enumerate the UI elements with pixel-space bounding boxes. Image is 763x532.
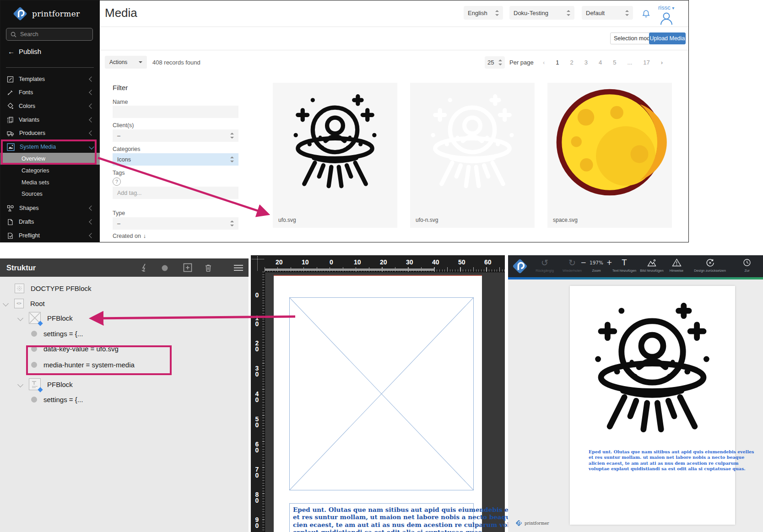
- sidebar-item-producers[interactable]: Producers: [0, 127, 100, 139]
- reset-icon: [706, 258, 714, 268]
- media-card-ufo[interactable]: ufo.svg: [273, 83, 397, 228]
- warning-icon: [672, 258, 682, 268]
- preview-page[interactable]: Eped unt. Olutas que nam sitibus aut api…: [570, 286, 735, 525]
- filter-clients-select[interactable]: –: [113, 129, 238, 142]
- language-select[interactable]: English: [464, 6, 503, 20]
- per-page-select[interactable]: 25: [485, 56, 505, 69]
- sidebar-item-variants[interactable]: Variants: [0, 114, 100, 126]
- filter-name-input[interactable]: [113, 106, 238, 118]
- tree-label: DOCTYPE PFBlock: [31, 285, 92, 292]
- sort-created-on[interactable]: Created on ↓: [113, 233, 146, 239]
- sidebar-item-templates[interactable]: Templates: [0, 73, 100, 85]
- horizontal-scrollbar[interactable]: [265, 269, 435, 271]
- vertical-ruler: 0 10 20 30 40 50 60 70 80 90: [251, 272, 265, 532]
- back-to-publish[interactable]: ← Publish: [8, 48, 41, 55]
- hints-button[interactable]: Hinweise: [662, 258, 691, 273]
- search-input[interactable]: Search: [6, 28, 93, 41]
- cutoff-tool[interactable]: Zur: [733, 258, 761, 273]
- sort-arrow-icon: ↓: [143, 233, 146, 239]
- chevron-down-icon[interactable]: [3, 301, 9, 306]
- type-value: –: [117, 220, 120, 227]
- tree-row-settings-2[interactable]: settings = {...: [31, 392, 83, 406]
- actions-dropdown[interactable]: Actions: [105, 56, 147, 69]
- document-page[interactable]: Eped unt. Olutas que nam sitibus aut api…: [274, 275, 482, 532]
- undo-button[interactable]: ↺ Rückgängig: [530, 258, 559, 273]
- trash-icon[interactable]: [204, 263, 213, 272]
- notifications-bell-icon[interactable]: [642, 10, 650, 18]
- tree-row-pfblock-image[interactable]: PFBlock: [18, 311, 73, 325]
- chevron-down-icon[interactable]: [17, 315, 23, 321]
- preflight-icon: [7, 232, 14, 239]
- zoom-out-icon[interactable]: −: [580, 258, 586, 267]
- filter-type-select[interactable]: –: [113, 217, 238, 230]
- avatar-icon[interactable]: [659, 11, 674, 25]
- subitem-label: Media sets: [22, 179, 49, 186]
- media-card-ufo-n[interactable]: ufo-n.svg: [410, 83, 535, 228]
- tree-row-root[interactable]: <> Root: [4, 296, 45, 310]
- app-logo[interactable]: printformer: [12, 6, 80, 21]
- tool-label: Zoom: [592, 269, 601, 273]
- page-prev[interactable]: ‹: [543, 59, 545, 66]
- user-menu[interactable]: rissc ▾: [658, 4, 674, 11]
- sidebar-divider: [6, 67, 94, 68]
- ufo-negative-icon: [419, 87, 525, 193]
- chevron-left-icon: [89, 76, 94, 81]
- sidebar-subitem-sources[interactable]: Sources: [0, 188, 100, 200]
- back-arrow-icon: ←: [8, 48, 15, 55]
- placeholder-cross-icon: [290, 298, 473, 490]
- quick-action-icon[interactable]: [140, 263, 149, 272]
- scope-value: Default: [586, 10, 605, 16]
- ruler-number: 40: [254, 391, 260, 403]
- text-block-icon: [29, 378, 41, 390]
- add-text-button[interactable]: T Text hinzufügen: [610, 258, 639, 273]
- select-stepper-icon: [498, 59, 502, 65]
- reset-design-button[interactable]: Design zurücksetzen: [689, 258, 731, 273]
- media-card-space[interactable]: space.svg: [547, 83, 672, 228]
- sidebar-subitem-categories[interactable]: Categories: [0, 165, 100, 177]
- ruler-ticks: [262, 272, 265, 532]
- scope-select[interactable]: Default: [582, 6, 633, 20]
- tree-row-pfblock-text[interactable]: PFBlock: [18, 377, 73, 391]
- tree-row-settings-1[interactable]: settings = {...: [31, 327, 83, 340]
- sidebar-item-label: Producers: [19, 130, 45, 136]
- struktur-panel: Struktur DOCTYPE PFBlock <> Root PFBlock: [0, 258, 249, 532]
- sidebar-item-label: Fonts: [19, 89, 33, 96]
- text-frame[interactable]: Eped unt. Olutas que nam sitibus aut api…: [289, 503, 474, 532]
- filter-categories-select[interactable]: Icons: [113, 153, 238, 166]
- sidebar-item-colors[interactable]: Colors: [0, 100, 100, 112]
- ruler-number: 10: [302, 258, 309, 266]
- tree-row-doctype[interactable]: DOCTYPE PFBlock: [15, 281, 92, 295]
- ruler-number: 10: [354, 258, 361, 266]
- sidebar-item-fonts[interactable]: Fonts: [0, 86, 100, 98]
- client-select[interactable]: Doku-Testing: [509, 6, 574, 20]
- sidebar-item-drafts[interactable]: Drafts: [0, 216, 100, 228]
- sidebar: printformer Search ← Publish Templates F…: [0, 0, 100, 242]
- language-value: English: [468, 10, 487, 16]
- page-number[interactable]: 3: [584, 59, 588, 66]
- page-number[interactable]: 17: [643, 59, 649, 66]
- page-number[interactable]: 2: [570, 59, 574, 66]
- sidebar-item-preflight[interactable]: Preflight: [0, 230, 100, 242]
- sidebar-item-shapes[interactable]: Shapes: [0, 202, 100, 214]
- image-placeholder-frame[interactable]: [289, 297, 474, 490]
- page-next[interactable]: ›: [661, 59, 663, 66]
- categories-value: Icons: [117, 156, 131, 163]
- record-circle-icon[interactable]: [162, 265, 168, 271]
- moon-icon: [550, 83, 669, 202]
- page-number[interactable]: 4: [599, 59, 602, 66]
- menu-hamburger-icon[interactable]: [233, 264, 244, 271]
- sidebar-subitem-media-sets[interactable]: Media sets: [0, 177, 100, 188]
- ufo-icon: [579, 293, 725, 440]
- drafts-icon: [7, 219, 14, 226]
- upload-media-button[interactable]: Upload Media: [649, 32, 686, 44]
- help-icon[interactable]: ?: [113, 177, 121, 186]
- filter-tags-input[interactable]: Add tag...: [113, 187, 238, 199]
- user-caret-icon: ▾: [672, 5, 674, 11]
- chevron-down-icon[interactable]: [17, 382, 23, 387]
- ruler-number: 60: [484, 258, 492, 266]
- ruler-number: 0: [254, 292, 260, 298]
- page-number[interactable]: 5: [613, 59, 616, 66]
- add-node-icon[interactable]: [183, 263, 192, 272]
- per-page-label: Per page: [509, 59, 534, 66]
- page-number[interactable]: 1: [556, 59, 559, 66]
